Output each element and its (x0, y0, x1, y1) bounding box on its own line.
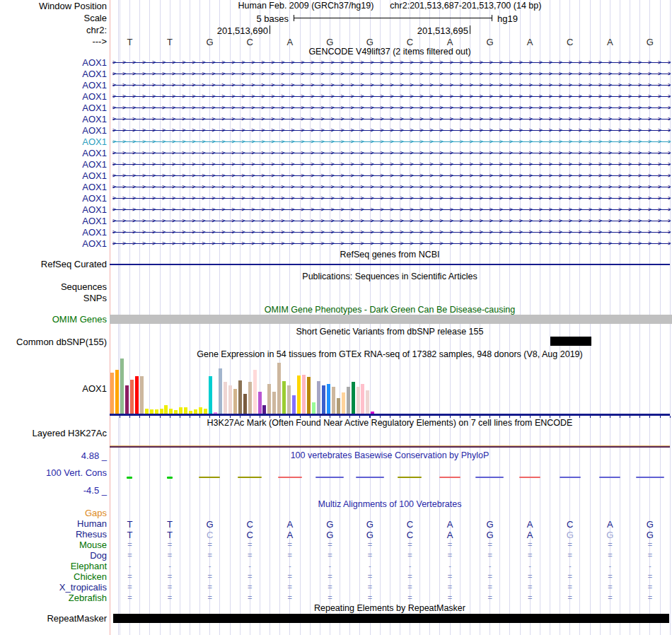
gencode-item-label[interactable]: AOX1 (0, 58, 107, 68)
gtex-tissue-bar[interactable] (140, 376, 144, 414)
publications-sequences-label[interactable]: Sequences (0, 282, 107, 292)
gencode-transcript[interactable]: >>>>>>>>>>>>>>>>>>>>>>>>>>>>>>>>>>>>>>>>… (112, 80, 671, 91)
gtex-tissue-bar[interactable] (110, 373, 114, 414)
gtex-tissue-bar[interactable] (258, 392, 262, 414)
gtex-tissue-bar[interactable] (337, 398, 340, 414)
gtex-tissue-bar[interactable] (160, 409, 163, 414)
dbsnp-variant-box[interactable] (550, 337, 591, 346)
multiz-species-label[interactable]: Human (0, 519, 107, 529)
gencode-item-label[interactable]: AOX1 (0, 69, 107, 79)
gtex-tissue-bar[interactable] (342, 392, 345, 414)
gencode-item-label[interactable]: AOX1 (0, 194, 107, 204)
multiz-species-label[interactable]: Mouse (0, 540, 107, 550)
gtex-tissue-bar[interactable] (115, 370, 119, 414)
gtex-tissue-bar[interactable] (179, 407, 183, 414)
gtex-tissue-bar[interactable] (253, 370, 257, 414)
gtex-tissue-bar[interactable] (361, 384, 364, 414)
gtex-tissue-bar[interactable] (125, 385, 129, 414)
gtex-tissue-bar[interactable] (287, 385, 291, 414)
gencode-item-label[interactable]: AOX1 (0, 182, 107, 192)
gtex-tissue-bar[interactable] (317, 381, 320, 414)
gtex-tissue-bar[interactable] (312, 402, 315, 414)
gencode-transcript[interactable]: >>>>>>>>>>>>>>>>>>>>>>>>>>>>>>>>>>>>>>>>… (112, 69, 671, 80)
gencode-item-label[interactable]: AOX1 (0, 216, 107, 226)
gencode-transcript[interactable]: >>>>>>>>>>>>>>>>>>>>>>>>>>>>>>>>>>>>>>>>… (112, 238, 671, 250)
gtex-tissue-bar[interactable] (327, 384, 330, 414)
gencode-transcript[interactable]: >>>>>>>>>>>>>>>>>>>>>>>>>>>>>>>>>>>>>>>>… (112, 204, 671, 216)
gtex-tissue-bar[interactable] (357, 387, 360, 414)
gtex-tissue-bar[interactable] (228, 385, 232, 414)
gencode-item-label[interactable]: AOX1 (0, 103, 107, 113)
gencode-transcript[interactable]: >>>>>>>>>>>>>>>>>>>>>>>>>>>>>>>>>>>>>>>>… (112, 170, 671, 182)
gencode-transcript[interactable]: >>>>>>>>>>>>>>>>>>>>>>>>>>>>>>>>>>>>>>>>… (112, 193, 671, 204)
gtex-tissue-bar[interactable] (347, 387, 350, 414)
dbsnp-track-title[interactable]: Short Genetic Variants from dbSNP releas… (110, 327, 670, 337)
gtex-tissue-bar[interactable] (145, 409, 149, 414)
gencode-item-label[interactable]: AOX1 (0, 126, 107, 136)
gtex-tissue-bar[interactable] (120, 359, 124, 414)
publications-snps-label[interactable]: SNPs (0, 293, 107, 303)
gencode-item-label[interactable]: AOX1 (0, 160, 107, 170)
gtex-tissue-bar[interactable] (277, 363, 281, 414)
multiz-species-label[interactable]: Dog (0, 551, 107, 561)
gencode-item-label[interactable]: AOX1 (0, 148, 107, 158)
omim-track-title[interactable]: OMIM Gene Phenotypes - Dark Green Can Be… (110, 305, 670, 315)
gtex-tissue-bar[interactable] (184, 407, 187, 414)
multiz-track-title[interactable]: Multiz Alignments of 100 Vertebrates (110, 500, 670, 509)
gtex-tissue-bar[interactable] (204, 409, 207, 414)
gtex-tissue-bar[interactable] (366, 390, 369, 414)
multiz-species-label[interactable]: Elephant (0, 561, 107, 571)
gtex-tissue-bar[interactable] (272, 392, 276, 414)
gencode-transcript[interactable]: >>>>>>>>>>>>>>>>>>>>>>>>>>>>>>>>>>>>>>>>… (112, 103, 671, 114)
gtex-tissue-bar[interactable] (224, 382, 227, 414)
gtex-tissue-bar[interactable] (135, 376, 139, 414)
h3k27ac-signal[interactable] (110, 446, 670, 448)
gtex-tissue-bar[interactable] (302, 375, 306, 414)
gtex-tissue-bar[interactable] (322, 385, 325, 414)
refseq-gene-line[interactable] (110, 264, 670, 265)
gtex-tissue-bar[interactable] (292, 395, 296, 414)
refseq-curated-label[interactable]: RefSeq Curated (0, 260, 107, 269)
multiz-species-label[interactable]: Zebrafish (0, 593, 107, 603)
gtex-tissue-bar[interactable] (262, 405, 266, 414)
h3k27ac-track-title[interactable]: H3K27Ac Mark (Often Found Near Active Re… (110, 419, 670, 428)
repeatmasker-element-bar[interactable] (113, 614, 669, 623)
gtex-tissue-bar[interactable] (199, 407, 202, 414)
gtex-tissue-bar[interactable] (238, 380, 242, 414)
gencode-track-title[interactable]: GENCODE V49lift37 (2 items filtered out) (110, 47, 670, 57)
gtex-tissue-bar[interactable] (297, 375, 301, 414)
gtex-gene-label[interactable]: AOX1 (0, 384, 107, 394)
h3k27ac-label[interactable]: Layered H3K27Ac (0, 429, 107, 438)
gtex-tissue-bar[interactable] (267, 384, 271, 414)
gencode-item-label[interactable]: AOX1 (0, 92, 107, 102)
gtex-tissue-bar[interactable] (169, 409, 173, 414)
multiz-species-label[interactable]: Rhesus (0, 530, 107, 540)
gencode-item-label[interactable]: AOX1 (0, 228, 107, 238)
gencode-item-label[interactable]: AOX1 (0, 137, 107, 147)
gtex-tissue-bar[interactable] (164, 405, 168, 414)
omim-gene-bar[interactable] (110, 315, 672, 324)
gtex-tissue-bar[interactable] (243, 394, 247, 414)
multiz-species-label[interactable]: Gaps (0, 508, 107, 518)
gencode-transcript[interactable]: >>>>>>>>>>>>>>>>>>>>>>>>>>>>>>>>>>>>>>>>… (112, 114, 671, 125)
phylop-label[interactable]: 100 Vert. Cons (0, 468, 107, 478)
publications-track-title[interactable]: Publications: Sequences in Scientific Ar… (110, 272, 670, 281)
gencode-item-label[interactable]: AOX1 (0, 239, 107, 249)
gtex-tissue-bar[interactable] (219, 368, 222, 414)
gtex-tissue-bar[interactable] (209, 376, 212, 414)
gtex-tissue-bar[interactable] (352, 382, 355, 414)
gencode-item-label[interactable]: AOX1 (0, 205, 107, 215)
gencode-transcript[interactable]: >>>>>>>>>>>>>>>>>>>>>>>>>>>>>>>>>>>>>>>>… (112, 125, 671, 136)
gencode-transcript[interactable]: >>>>>>>>>>>>>>>>>>>>>>>>>>>>>>>>>>>>>>>>… (112, 148, 671, 159)
refseq-track-title[interactable]: RefSeq genes from NCBI (110, 250, 670, 260)
dbsnp-label[interactable]: Common dbSNP(155) (0, 337, 107, 347)
gtex-tissue-bar[interactable] (332, 387, 335, 414)
gencode-transcript[interactable]: >>>>>>>>>>>>>>>>>>>>>>>>>>>>>>>>>>>>>>>>… (112, 159, 671, 170)
gencode-transcript[interactable]: >>>>>>>>>>>>>>>>>>>>>>>>>>>>>>>>>>>>>>>>… (112, 91, 671, 103)
gencode-item-label[interactable]: AOX1 (0, 115, 107, 124)
gencode-item-label[interactable]: AOX1 (0, 171, 107, 181)
gencode-transcript[interactable]: >>>>>>>>>>>>>>>>>>>>>>>>>>>>>>>>>>>>>>>>… (112, 227, 671, 238)
gtex-tissue-bar[interactable] (307, 377, 311, 414)
gencode-transcript[interactable]: >>>>>>>>>>>>>>>>>>>>>>>>>>>>>>>>>>>>>>>>… (112, 216, 671, 227)
gencode-transcript[interactable]: >>>>>>>>>>>>>>>>>>>>>>>>>>>>>>>>>>>>>>>>… (112, 136, 671, 148)
